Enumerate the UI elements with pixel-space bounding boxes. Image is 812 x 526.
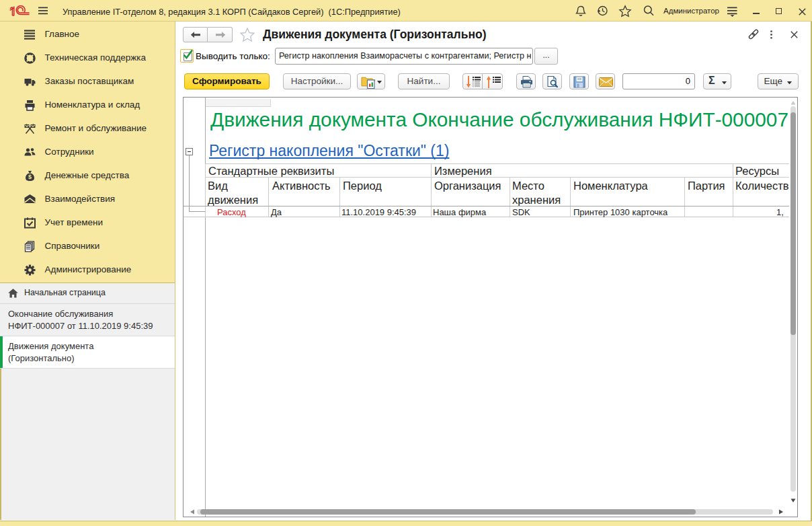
svg-text:$: $ [28,174,32,180]
